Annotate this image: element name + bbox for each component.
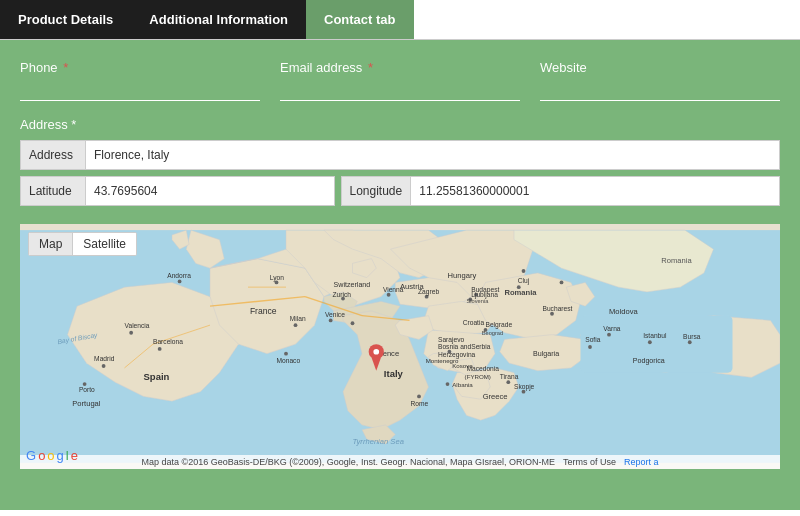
address-required-marker: *: [68, 117, 77, 132]
address-field-label: Address: [21, 141, 86, 169]
svg-text:Madrid: Madrid: [94, 355, 115, 362]
contact-fields-row: Phone * Email address * Website: [20, 60, 780, 101]
svg-point-85: [284, 352, 288, 356]
address-input-row: Address: [20, 140, 780, 170]
svg-text:Bucharest: Bucharest: [543, 305, 573, 312]
latitude-field-label: Latitude: [21, 177, 86, 205]
svg-text:Vienna: Vienna: [383, 286, 404, 293]
address-section-label: Address *: [20, 117, 780, 132]
svg-text:Lyon: Lyon: [270, 274, 284, 282]
svg-point-96: [425, 295, 429, 299]
svg-point-78: [102, 364, 106, 368]
svg-text:France: France: [250, 306, 277, 316]
map-svg: France Switzerland Austria Hungary Roman…: [20, 224, 780, 469]
website-field-group: Website: [540, 60, 780, 101]
svg-text:Belgrade: Belgrade: [486, 321, 513, 329]
svg-text:Beograd: Beograd: [482, 330, 504, 336]
longitude-row: Longitude: [341, 176, 781, 206]
svg-text:Romania: Romania: [661, 256, 692, 265]
svg-point-109: [522, 390, 526, 394]
svg-point-83: [178, 280, 182, 284]
satellite-view-button[interactable]: Satellite: [73, 233, 136, 255]
longitude-field-label: Longitude: [342, 177, 412, 205]
svg-point-69: [387, 293, 391, 297]
svg-text:Sofia: Sofia: [585, 336, 600, 343]
tab-bar: Product Details Additional Information C…: [0, 0, 800, 40]
contact-tab-content: Phone * Email address * Website Address …: [0, 40, 800, 510]
longitude-input[interactable]: [411, 177, 779, 205]
terms-of-use-link[interactable]: Terms of Use: [563, 457, 616, 467]
svg-text:Sarajevo: Sarajevo: [438, 336, 465, 344]
svg-point-56: [329, 318, 333, 322]
latitude-input[interactable]: [86, 177, 334, 205]
svg-text:(FYROM): (FYROM): [465, 373, 491, 380]
latitude-row: Latitude: [20, 176, 335, 206]
phone-input[interactable]: [20, 81, 260, 101]
phone-required-marker: *: [60, 60, 69, 75]
svg-text:Rome: Rome: [410, 400, 428, 407]
email-field-group: Email address *: [280, 60, 520, 101]
map-footer: Map data ©2016 GeoBasis-DE/BKG (©2009), …: [20, 455, 780, 469]
svg-point-105: [688, 340, 692, 344]
svg-text:Hungary: Hungary: [448, 271, 477, 280]
svg-point-54: [294, 323, 298, 327]
svg-text:Serbia: Serbia: [471, 343, 491, 350]
svg-point-87: [550, 312, 554, 316]
svg-text:Milan: Milan: [290, 315, 306, 322]
svg-text:Croatia: Croatia: [463, 319, 485, 326]
svg-point-89: [588, 345, 592, 349]
svg-text:Cluj: Cluj: [518, 277, 530, 285]
svg-point-118: [373, 349, 379, 355]
tab-product-details[interactable]: Product Details: [0, 0, 131, 39]
svg-text:Spain: Spain: [144, 371, 170, 382]
svg-text:Slovenia: Slovenia: [467, 298, 490, 304]
svg-text:Italy: Italy: [384, 368, 404, 379]
svg-point-103: [648, 340, 652, 344]
svg-text:Andorra: Andorra: [167, 272, 191, 279]
svg-text:Switzerland: Switzerland: [334, 281, 371, 289]
svg-text:Romania: Romania: [505, 288, 538, 297]
map-container[interactable]: Map Satellite: [20, 224, 780, 469]
svg-text:Istanbul: Istanbul: [643, 332, 667, 339]
svg-text:Bosnia and: Bosnia and: [438, 343, 472, 350]
svg-text:Tyrrhenian Sea: Tyrrhenian Sea: [353, 437, 404, 446]
svg-point-63: [417, 394, 421, 398]
phone-label: Phone *: [20, 60, 260, 75]
map-view-button[interactable]: Map: [29, 233, 72, 255]
svg-text:Zagreb: Zagreb: [418, 288, 439, 296]
svg-text:Barcelona: Barcelona: [153, 338, 183, 345]
svg-point-101: [522, 269, 526, 273]
svg-text:Portugal: Portugal: [72, 399, 101, 408]
svg-point-114: [448, 350, 452, 354]
google-logo: Google: [26, 448, 78, 463]
svg-point-107: [506, 380, 510, 384]
tab-contact[interactable]: Contact tab: [306, 0, 414, 39]
svg-text:Albania: Albania: [452, 381, 473, 388]
svg-text:Bulgaria: Bulgaria: [533, 350, 559, 358]
email-input[interactable]: [280, 81, 520, 101]
map-controls: Map Satellite: [28, 232, 137, 256]
report-link[interactable]: Report a: [624, 457, 659, 467]
coordinates-row: Latitude Longitude: [20, 176, 780, 212]
svg-text:Zurich: Zurich: [333, 291, 352, 298]
address-section: Address * Address Latitude Longitude: [20, 117, 780, 212]
svg-point-111: [446, 382, 450, 386]
email-required-marker: *: [364, 60, 373, 75]
tab-additional-info[interactable]: Additional Information: [131, 0, 306, 39]
svg-text:Greece: Greece: [483, 392, 508, 401]
svg-text:Venice: Venice: [325, 311, 345, 318]
svg-point-76: [129, 331, 133, 335]
svg-text:Moldova: Moldova: [609, 307, 638, 316]
svg-point-67: [517, 285, 521, 289]
svg-point-102: [560, 280, 564, 284]
phone-field-group: Phone *: [20, 60, 260, 101]
svg-text:Valencia: Valencia: [125, 322, 150, 329]
svg-text:Varna: Varna: [603, 325, 621, 332]
svg-point-60: [351, 321, 355, 325]
svg-point-74: [158, 347, 162, 351]
address-input[interactable]: [86, 141, 779, 169]
svg-point-91: [607, 333, 611, 337]
website-input[interactable]: [540, 81, 780, 101]
website-label: Website: [540, 60, 780, 75]
map-data-attribution: Map data ©2016 GeoBasis-DE/BKG (©2009), …: [142, 457, 555, 467]
